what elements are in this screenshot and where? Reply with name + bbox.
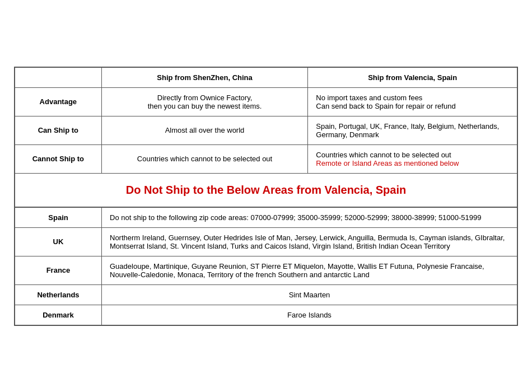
advantage-shenzhen: Directly from Ownice Factory, then you c… <box>101 87 308 116</box>
country-name: UK <box>15 227 102 256</box>
advantage-row: Advantage Directly from Ownice Factory, … <box>15 87 517 116</box>
cannot-ship-label: Cannot Ship to <box>15 144 102 173</box>
country-name: Spain <box>15 207 102 227</box>
country-info: Faroe Islands <box>102 305 517 325</box>
section-title-row: Do Not Ship to the Below Areas from Vale… <box>15 173 517 207</box>
advantage-valencia: No import taxes and custom fees Can send… <box>308 87 517 116</box>
country-row: FranceGuadeloupe, Martinique, Guyane Reu… <box>15 256 517 284</box>
section-title: Do Not Ship to the Below Areas from Vale… <box>126 184 406 196</box>
cannot-ship-row: Cannot Ship to Countries which cannot to… <box>15 144 517 173</box>
can-ship-row: Can Ship to Almost all over the world Sp… <box>15 116 517 144</box>
can-ship-valencia: Spain, Portugal, UK, France, Italy, Belg… <box>308 116 517 144</box>
country-name: France <box>15 256 102 284</box>
cannot-ship-shenzhen: Countries which cannot to be selected ou… <box>101 144 308 173</box>
country-info: Sint Maarten <box>102 284 517 305</box>
main-table-wrapper: Ship from ShenZhen, China Ship from Vale… <box>14 67 518 326</box>
header-shenzhen: Ship from ShenZhen, China <box>101 67 308 87</box>
can-ship-shenzhen: Almost all over the world <box>101 116 308 144</box>
header-row: Ship from ShenZhen, China Ship from Vale… <box>15 67 517 87</box>
advantage-label: Advantage <box>15 87 102 116</box>
remote-areas-text: Remote or Island Areas as mentioned belo… <box>316 159 459 167</box>
section-title-cell: Do Not Ship to the Below Areas from Vale… <box>15 173 517 207</box>
header-valencia: Ship from Valencia, Spain <box>308 67 517 87</box>
can-ship-label: Can Ship to <box>15 116 102 144</box>
country-name: Netherlands <box>15 284 102 305</box>
country-name: Denmark <box>15 305 102 325</box>
country-info: Northerm Ireland, Guernsey, Outer Hedrid… <box>102 227 517 256</box>
country-info: Do not ship to the following zip code ar… <box>102 207 517 227</box>
country-info: Guadeloupe, Martinique, Guyane Reunion, … <box>102 256 517 284</box>
country-row: SpainDo not ship to the following zip co… <box>15 207 517 227</box>
country-row: UKNortherm Ireland, Guernsey, Outer Hedr… <box>15 227 517 256</box>
country-row: NetherlandsSint Maarten <box>15 284 517 305</box>
country-row: DenmarkFaroe Islands <box>15 305 517 325</box>
cannot-ship-valencia: Countries which cannot to be selected ou… <box>308 144 517 173</box>
header-empty <box>15 67 102 87</box>
